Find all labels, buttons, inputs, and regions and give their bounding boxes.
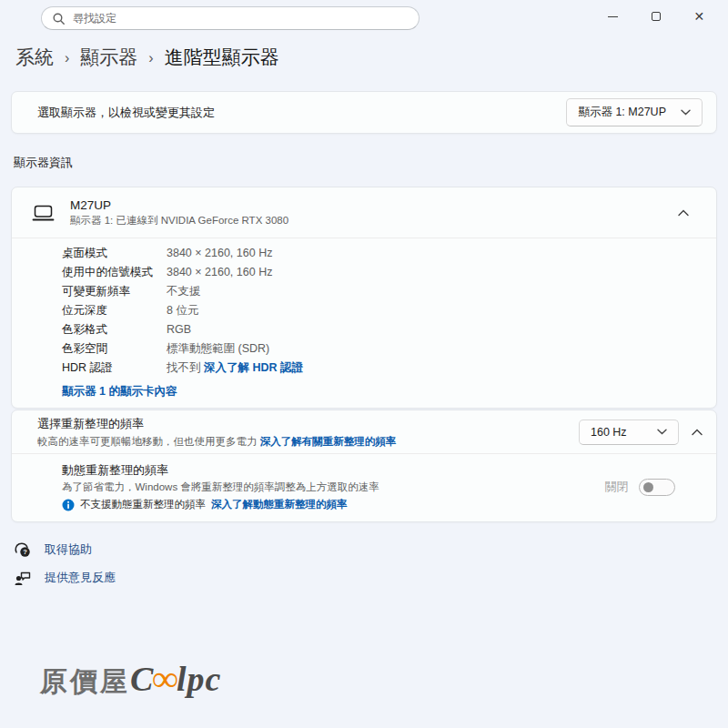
chevron-down-icon [681,109,691,116]
footer-links: ? 取得協助 提供意見反應 [14,535,116,592]
display-info-section-title: 顯示器資訊 [14,155,73,171]
row-value: 3840 × 2160, 160 Hz [153,246,272,261]
display-select-dropdown[interactable]: 顯示器 1: M27UP [566,98,703,126]
watermark-cjk: 原價屋 [40,663,130,701]
watermark-c: C [130,659,154,699]
refresh-rate-value: 160 Hz [591,426,627,439]
breadcrumb-system[interactable]: 系統 [15,45,54,70]
coolpc-watermark-logo: 原價屋 C ∞ lpc [40,657,221,701]
refresh-rate-dropdown[interactable]: 160 Hz [579,420,679,445]
toggle-state-label: 關閉 [605,480,628,495]
watermark-lpc: lpc [177,659,221,699]
infinity-icon: ∞ [152,657,178,700]
display-info-card: M27UP 顯示器 1: 已連線到 NVIDIA GeForce RTX 308… [11,187,717,409]
select-display-card: 選取顯示器，以檢視或變更其設定 顯示器 1: M27UP [11,91,717,134]
maximize-icon [652,12,661,21]
info-row-color-space: 色彩空間 標準動態範圍 (SDR) [62,341,716,359]
info-row-vrr: 可變更新頻率 不支援 [62,284,716,301]
monitor-connection: 顯示器 1: 已連線到 NVIDIA GeForce RTX 3080 [70,214,678,228]
row-label: 色彩格式 [62,322,153,338]
close-icon: ✕ [693,10,704,23]
chevron-up-icon[interactable] [678,209,689,217]
info-icon [62,499,75,511]
row-label: 色彩空間 [62,341,153,357]
breadcrumb-display[interactable]: 顯示器 [80,45,137,70]
monitor-name: M27UP [70,198,678,212]
info-row-signal-mode: 使用中的信號模式 3840 × 2160, 160 Hz [62,265,716,282]
feedback-icon [14,569,32,587]
help-icon: ? [14,541,32,559]
breadcrumb-separator-icon: › [65,48,69,66]
dynamic-refresh-learn-link[interactable]: 深入了解動態重新整理的頻率 [211,498,348,511]
monitor-icon [32,204,55,222]
info-row-bit-depth: 位元深度 8 位元 [62,303,716,320]
row-label: 桌面模式 [62,246,153,261]
info-row-hdr-cert: HDR 認證 找不到 深入了解 HDR 認證 [62,360,716,378]
window-controls: ✕ [592,0,728,33]
maximize-button[interactable] [642,5,670,28]
info-row-desktop-mode: 桌面模式 3840 × 2160, 160 Hz [62,246,716,263]
display-select-value: 顯示器 1: M27UP [578,105,666,120]
row-label: 可變更新頻率 [62,284,153,299]
row-value: RGB [153,322,191,338]
dynamic-refresh-notice: 不支援動態重新整理的頻率 [80,498,206,511]
row-value: 8 位元 [153,303,198,318]
search-icon [53,13,65,25]
row-value: 3840 × 2160, 160 Hz [153,265,272,280]
hdr-cert-link[interactable]: 深入了解 HDR 認證 [204,361,303,374]
row-label: 使用中的信號模式 [62,265,153,280]
row-value: 找不到 深入了解 HDR 認證 [153,360,303,376]
chevron-down-icon [657,429,667,435]
info-row-color-format: 色彩格式 RGB [62,322,716,339]
chevron-up-icon[interactable] [692,429,703,436]
row-value: 不支援 [153,284,201,299]
row-label: 位元深度 [62,303,153,318]
row-label: HDR 認證 [62,360,153,376]
display-info-header[interactable]: M27UP 顯示器 1: 已連線到 NVIDIA GeForce RTX 308… [12,187,716,238]
svg-text:?: ? [23,548,27,556]
toggle-knob-icon [643,482,653,492]
minimize-icon [608,16,618,17]
feedback-link[interactable]: 提供意見反應 [14,563,116,592]
breadcrumb-separator-icon: › [148,48,153,66]
search-input[interactable] [73,12,408,25]
row-value: 標準動態範圍 (SDR) [153,341,269,357]
settings-search-box[interactable] [41,6,420,30]
dynamic-refresh-subtitle: 為了節省電力，Windows 會將重新整理的頻率調整為上方選取的速率 [62,480,379,494]
minimize-button[interactable] [600,5,627,28]
select-display-label: 選取顯示器，以檢視或變更其設定 [37,105,215,121]
refresh-rate-learn-link[interactable]: 深入了解有關重新整理的頻率 [260,436,397,447]
dynamic-refresh-title: 動態重新整理的頻率 [62,462,379,479]
breadcrumb: 系統 › 顯示器 › 進階型顯示器 [15,45,279,70]
display-info-rows: 桌面模式 3840 × 2160, 160 Hz 使用中的信號模式 3840 ×… [12,238,716,378]
footer-link-label: 提供意見反應 [45,570,116,586]
close-button[interactable]: ✕ [685,5,713,28]
refresh-rate-subtitle: 較高的速率可更順暢地移動，但也使用更多電力 深入了解有關重新整理的頻率 [37,435,396,449]
display-adapter-link[interactable]: 顯示器 1 的顯示卡內容 [62,384,177,399]
get-help-link[interactable]: ? 取得協助 [14,535,116,563]
footer-link-label: 取得協助 [45,541,92,558]
refresh-rate-card: 選擇重新整理的頻率 較高的速率可更順暢地移動，但也使用更多電力 深入了解有關重新… [11,410,717,522]
page-title: 進階型顯示器 [165,45,279,70]
refresh-rate-title: 選擇重新整理的頻率 [37,416,396,432]
dynamic-refresh-toggle[interactable] [639,479,675,496]
